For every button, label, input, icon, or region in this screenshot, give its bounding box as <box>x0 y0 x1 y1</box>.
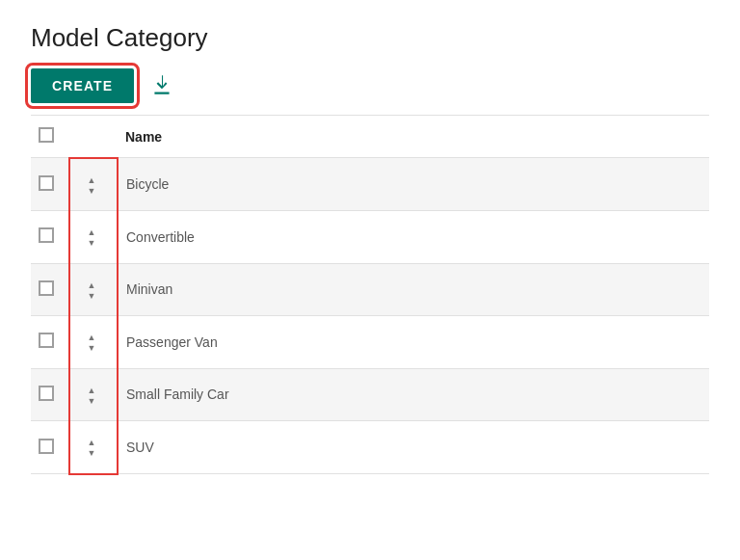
row-sort-cell[interactable] <box>69 421 118 474</box>
row-checkbox[interactable] <box>39 386 54 401</box>
row-name-cell: SUV <box>118 421 709 474</box>
toolbar: CREATE <box>31 68 709 103</box>
arrow-up-icon <box>88 280 96 290</box>
data-table: Name BicycleConvertibleMinivanPassenger … <box>31 116 709 475</box>
row-checkbox[interactable] <box>39 280 54 296</box>
row-name-cell: Bicycle <box>118 158 709 211</box>
row-sort-cell[interactable] <box>69 211 118 264</box>
row-name-cell: Passenger Van <box>118 316 709 369</box>
create-button[interactable]: CREATE <box>31 68 134 103</box>
arrow-up-icon <box>88 175 96 185</box>
arrow-down-icon <box>88 186 96 196</box>
download-icon[interactable] <box>149 73 174 98</box>
sort-handle[interactable] <box>78 277 105 304</box>
header-sort-col <box>69 116 118 158</box>
sort-arrows-icon <box>88 333 96 353</box>
sort-arrows-icon <box>88 280 96 301</box>
arrow-up-icon <box>88 438 96 447</box>
row-sort-cell[interactable] <box>69 158 118 211</box>
row-sort-cell[interactable] <box>69 316 118 369</box>
row-checkbox[interactable] <box>39 175 54 191</box>
header-checkbox-col <box>31 116 69 158</box>
sort-arrows-icon <box>88 438 96 458</box>
sort-arrows-icon <box>88 227 96 248</box>
sort-handle[interactable] <box>78 225 105 252</box>
sort-handle[interactable] <box>78 172 105 199</box>
table-body: BicycleConvertibleMinivanPassenger VanSm… <box>31 158 709 474</box>
row-checkbox[interactable] <box>39 333 54 348</box>
table-row: Convertible <box>31 211 709 264</box>
arrow-down-icon <box>88 396 96 406</box>
header-checkbox[interactable] <box>39 127 54 143</box>
row-checkbox[interactable] <box>39 227 54 243</box>
arrow-down-icon <box>88 291 96 301</box>
arrow-up-icon <box>88 227 96 237</box>
arrow-down-icon <box>88 343 96 353</box>
row-checkbox-cell <box>31 158 69 211</box>
row-sort-cell[interactable] <box>69 263 118 316</box>
sort-arrows-icon <box>88 386 96 406</box>
table-header: Name <box>31 116 709 158</box>
row-checkbox-cell <box>31 263 69 316</box>
sort-handle[interactable] <box>78 435 105 462</box>
row-checkbox[interactable] <box>39 439 54 454</box>
row-sort-cell[interactable] <box>69 368 118 421</box>
row-name-cell: Convertible <box>118 211 709 264</box>
table-row: Small Family Car <box>31 368 709 421</box>
header-row: Name <box>31 116 709 158</box>
arrow-up-icon <box>88 386 96 395</box>
row-name-cell: Minivan <box>118 263 709 316</box>
table-row: Minivan <box>31 263 709 316</box>
arrow-down-icon <box>88 448 96 458</box>
arrow-up-icon <box>88 333 96 342</box>
table-row: Bicycle <box>31 158 709 211</box>
row-name-cell: Small Family Car <box>118 368 709 421</box>
sort-arrows-icon <box>88 175 96 196</box>
arrow-down-icon <box>88 238 96 248</box>
row-checkbox-cell <box>31 316 69 369</box>
row-checkbox-cell <box>31 421 69 474</box>
page-title: Model Category <box>31 23 709 53</box>
sort-handle[interactable] <box>78 330 105 357</box>
row-checkbox-cell <box>31 211 69 264</box>
page-container: Model Category CREATE Name BicycleConver… <box>0 0 740 498</box>
row-checkbox-cell <box>31 368 69 421</box>
table-row: Passenger Van <box>31 316 709 369</box>
sort-handle[interactable] <box>78 382 105 409</box>
table-row: SUV <box>31 421 709 474</box>
header-name-col: Name <box>118 116 709 158</box>
